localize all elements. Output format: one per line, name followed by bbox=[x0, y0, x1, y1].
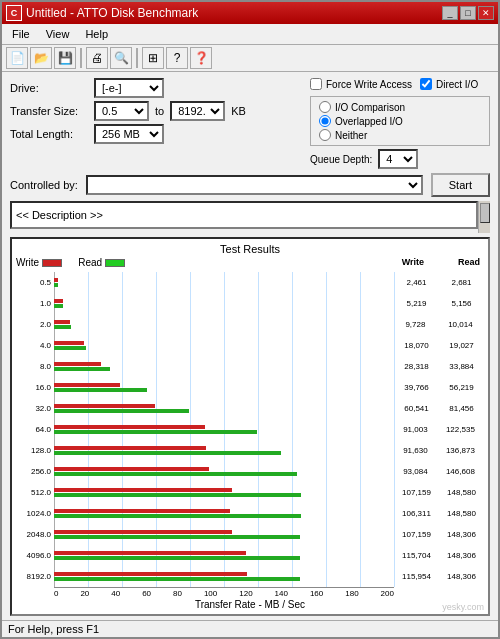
queue-depth-select[interactable]: 4 bbox=[378, 149, 418, 169]
neither-radio[interactable] bbox=[319, 129, 331, 141]
preview-button[interactable]: 🔍 bbox=[110, 47, 132, 69]
write-bar bbox=[54, 446, 206, 450]
row-label: 512.0 bbox=[16, 488, 54, 497]
bar-area bbox=[54, 419, 394, 440]
menu-file[interactable]: File bbox=[6, 26, 36, 42]
write-legend-color bbox=[42, 259, 62, 267]
bar-area bbox=[54, 545, 394, 566]
to-label: to bbox=[155, 105, 164, 117]
write-value: 39,766 bbox=[404, 383, 428, 392]
row-numbers: 2,4612,681 bbox=[394, 278, 484, 287]
bar-area bbox=[54, 461, 394, 482]
read-bar bbox=[54, 472, 297, 476]
open-button[interactable]: 📂 bbox=[30, 47, 52, 69]
read-bar bbox=[54, 556, 300, 560]
chart-body: 0.52,4612,6811.05,2195,1562.09,72810,014… bbox=[16, 272, 484, 587]
io-mode-group: I/O Comparison Overlapped I/O Neither bbox=[310, 96, 490, 146]
new-button[interactable]: 📄 bbox=[6, 47, 28, 69]
status-text: For Help, press F1 bbox=[8, 623, 99, 635]
force-write-checkbox[interactable] bbox=[310, 78, 322, 90]
overlapped-io-label: Overlapped I/O bbox=[335, 116, 403, 127]
x-axis-label: Transfer Rate - MB / Sec bbox=[16, 599, 484, 610]
row-numbers: 115,954148,306 bbox=[394, 572, 484, 581]
row-label: 2.0 bbox=[16, 320, 54, 329]
overlapped-io-radio[interactable] bbox=[319, 115, 331, 127]
write-legend: Write bbox=[16, 257, 62, 268]
read-bar bbox=[54, 283, 58, 287]
chart-row: 1.05,2195,156 bbox=[16, 293, 484, 314]
chart-row: 4.018,07019,027 bbox=[16, 335, 484, 356]
read-value: 33,884 bbox=[449, 362, 473, 371]
read-bar bbox=[54, 325, 71, 329]
read-value: 136,873 bbox=[446, 446, 475, 455]
write-bar bbox=[54, 530, 232, 534]
description-scrollbar[interactable] bbox=[478, 201, 490, 233]
io-comparison-row: I/O Comparison bbox=[319, 101, 481, 113]
transfer-from-select[interactable]: 0.5 bbox=[94, 101, 149, 121]
read-value: 122,535 bbox=[446, 425, 475, 434]
row-numbers: 91,630136,873 bbox=[394, 446, 484, 455]
bar-area bbox=[54, 335, 394, 356]
write-value: 115,704 bbox=[402, 551, 431, 560]
bar-area bbox=[54, 482, 394, 503]
scrollbar-thumb[interactable] bbox=[480, 203, 490, 223]
write-bar bbox=[54, 341, 84, 345]
menu-view[interactable]: View bbox=[40, 26, 76, 42]
description-box: << Description >> bbox=[10, 201, 478, 229]
x-tick: 40 bbox=[111, 589, 120, 598]
about-button[interactable]: ? bbox=[166, 47, 188, 69]
write-value: 106,311 bbox=[402, 509, 431, 518]
read-legend-label: Read bbox=[78, 257, 102, 268]
read-value: 148,306 bbox=[447, 572, 476, 581]
controlled-by-select[interactable] bbox=[86, 175, 423, 195]
start-button[interactable]: Start bbox=[431, 173, 490, 197]
io-comparison-radio[interactable] bbox=[319, 101, 331, 113]
write-value: 115,954 bbox=[402, 572, 431, 581]
read-bar bbox=[54, 346, 86, 350]
controls-left: Drive: [-e-] Transfer Size: 0.5 to 8192.… bbox=[10, 78, 300, 147]
chart-spacer bbox=[141, 257, 386, 268]
chart-row: 16.039,76656,219 bbox=[16, 377, 484, 398]
transfer-to-select[interactable]: 8192.0 bbox=[170, 101, 225, 121]
neither-label: Neither bbox=[335, 130, 367, 141]
row-label: 256.0 bbox=[16, 467, 54, 476]
row-label: 0.5 bbox=[16, 278, 54, 287]
x-axis: 020406080100120140160180200 bbox=[54, 587, 394, 598]
drive-select[interactable]: [-e-] bbox=[94, 78, 164, 98]
row-numbers: 60,54181,456 bbox=[394, 404, 484, 413]
write-value: 91,630 bbox=[403, 446, 427, 455]
total-length-select[interactable]: 256 MB bbox=[94, 124, 164, 144]
write-bar bbox=[54, 425, 205, 429]
read-value: 10,014 bbox=[448, 320, 472, 329]
help-button[interactable]: ❓ bbox=[190, 47, 212, 69]
row-numbers: 91,003122,535 bbox=[394, 425, 484, 434]
x-tick: 140 bbox=[275, 589, 288, 598]
write-value: 107,159 bbox=[402, 530, 431, 539]
print-button[interactable]: 🖨 bbox=[86, 47, 108, 69]
save-button[interactable]: 💾 bbox=[54, 47, 76, 69]
read-bar bbox=[54, 409, 189, 413]
minimize-button[interactable]: _ bbox=[442, 6, 458, 20]
write-bar bbox=[54, 488, 232, 492]
chart-row: 64.091,003122,535 bbox=[16, 419, 484, 440]
direct-io-label: Direct I/O bbox=[436, 79, 478, 90]
maximize-button[interactable]: □ bbox=[460, 6, 476, 20]
row-label: 32.0 bbox=[16, 404, 54, 413]
close-button[interactable]: ✕ bbox=[478, 6, 494, 20]
read-bar bbox=[54, 514, 301, 518]
chart-legend: Write Read Write Read bbox=[16, 257, 484, 268]
row-numbers: 106,311148,580 bbox=[394, 509, 484, 518]
chart-row: 512.0107,159148,580 bbox=[16, 482, 484, 503]
read-bar bbox=[54, 535, 300, 539]
x-tick: 0 bbox=[54, 589, 58, 598]
row-label: 4.0 bbox=[16, 341, 54, 350]
size-button[interactable]: ⊞ bbox=[142, 47, 164, 69]
title-bar: C Untitled - ATTO Disk Benchmark _ □ ✕ bbox=[2, 2, 498, 24]
x-tick: 60 bbox=[142, 589, 151, 598]
menu-help[interactable]: Help bbox=[79, 26, 114, 42]
bar-area bbox=[54, 377, 394, 398]
read-value: 2,681 bbox=[451, 278, 471, 287]
row-label: 64.0 bbox=[16, 425, 54, 434]
read-bar bbox=[54, 367, 110, 371]
direct-io-checkbox[interactable] bbox=[420, 78, 432, 90]
